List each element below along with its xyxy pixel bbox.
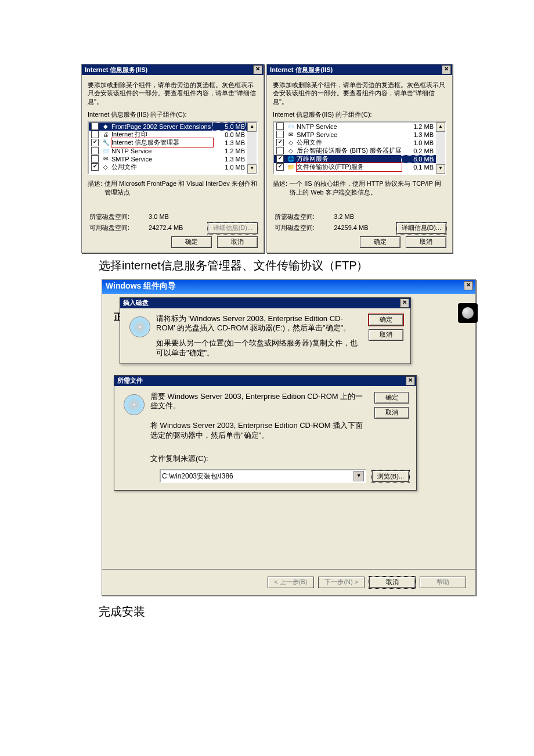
component-size: 1.2 MB — [402, 123, 434, 130]
subcomponents-label: Internet 信息服务(IIS) 的子组件(C): — [88, 110, 258, 119]
scroll-up-icon[interactable]: ▲ — [247, 123, 257, 132]
component-icon: 🖨 — [102, 131, 109, 138]
checkbox[interactable] — [91, 147, 99, 154]
list-item[interactable]: 📨NNTP Service1.2 MB — [89, 147, 247, 155]
cd-icon — [124, 394, 145, 415]
scrollbar[interactable]: ▲ ▼ — [436, 123, 445, 174]
scroll-down-icon[interactable]: ▼ — [436, 164, 445, 174]
component-label: 万维网服务 — [297, 154, 402, 163]
component-label: 公用文件 — [111, 163, 213, 171]
scroll-down-icon[interactable]: ▼ — [247, 164, 257, 174]
component-size: 0.2 MB — [402, 147, 434, 154]
list-item[interactable]: 🖨Internet 打印0.0 MB — [89, 131, 247, 139]
list-item[interactable]: 📨NNTP Service1.2 MB — [274, 123, 436, 131]
close-icon[interactable]: ✕ — [464, 281, 473, 290]
subcomponents-list[interactable]: 📨NNTP Service1.2 MB✉SMTP Service1.3 MB◇公… — [273, 121, 446, 175]
component-label: FrontPage 2002 Server Extensions — [111, 123, 213, 130]
component-label: 公用文件 — [297, 138, 402, 147]
close-icon[interactable]: ✕ — [400, 298, 409, 308]
component-icon: ◇ — [287, 147, 294, 154]
component-label: SMTP Service — [111, 156, 213, 163]
list-item[interactable]: ✉SMTP Service1.3 MB — [274, 131, 436, 139]
instructions: 要添加或删除某个组件，请单击旁边的复选框。灰色框表示只会安装该组件的一部分。要查… — [88, 81, 258, 106]
ok-button[interactable]: 确定 — [374, 392, 409, 404]
checkbox[interactable] — [91, 131, 99, 138]
description-label: 描述: — [273, 179, 287, 197]
close-icon[interactable]: ✕ — [406, 376, 415, 386]
component-size: 1.0 MB — [213, 164, 245, 171]
component-size: 1.3 MB — [402, 131, 434, 138]
dialog-text: 请将标为 'Windows Server 2003, Enterprise Ed… — [156, 314, 359, 333]
dialog-title: 所需文件 — [117, 376, 143, 385]
component-size: 1.0 MB — [402, 139, 434, 146]
component-label: SMTP Service — [297, 131, 402, 138]
cancel-button[interactable]: 取消 — [406, 236, 446, 248]
chevron-down-icon[interactable]: ▼ — [353, 471, 364, 481]
source-label: 文件复制来源(C): — [150, 454, 365, 463]
disk-space: 所需磁盘空间:3.0 MB 可用磁盘空间:24272.4 MB — [88, 211, 201, 234]
description-text: 一个 IIS 的核心组件，使用 HTTP 协议来与 TCP/IP 网络上的 We… — [290, 179, 446, 197]
cancel-button[interactable]: 取消 — [217, 236, 258, 248]
titlebar: Windows 组件向导 ✕ — [102, 280, 475, 294]
component-label: Internet 打印 — [111, 130, 213, 139]
caption-1: 选择internet信息服务管理器、文件传输协议（FTP） — [99, 258, 453, 273]
list-item[interactable]: ✉SMTP Service1.3 MB — [89, 155, 247, 163]
component-size: 0.1 MB — [402, 164, 434, 171]
source-path-input[interactable]: C:\win2003安装包\I386 ▼ — [160, 469, 366, 483]
cancel-button[interactable]: 取消 — [369, 577, 416, 588]
component-icon: ◇ — [287, 139, 294, 146]
subcomponents-label: Internet 信息服务(IIS) 的子组件(C): — [273, 110, 446, 119]
scroll-up-icon[interactable]: ▲ — [436, 123, 445, 132]
caption-2: 完成安装 — [99, 604, 453, 620]
ok-button[interactable]: 确定 — [171, 236, 212, 248]
cd-icon — [458, 303, 478, 323]
list-item[interactable]: 🌐万维网服务8.0 MB — [274, 155, 436, 163]
component-icon: ◆ — [102, 123, 109, 130]
checkbox[interactable] — [91, 123, 99, 130]
checkbox[interactable] — [276, 123, 284, 130]
list-item[interactable]: ◇公用文件1.0 MB — [89, 163, 247, 171]
titlebar: Internet 信息服务(IIS) ✕ — [82, 64, 264, 75]
checkbox[interactable] — [91, 163, 99, 171]
close-icon[interactable]: ✕ — [442, 65, 451, 74]
dialog-title: 插入磁盘 — [123, 298, 149, 307]
browse-button[interactable]: 浏览(B)... — [372, 470, 409, 482]
list-item[interactable]: 📁文件传输协议(FTP)服务0.1 MB — [274, 163, 436, 171]
details-button[interactable]: 详细信息(D)... — [208, 222, 258, 234]
details-button[interactable]: 详细信息(D)... — [396, 222, 446, 234]
component-size: 0.0 MB — [213, 131, 245, 138]
next-button[interactable]: 下一步(N) > — [318, 577, 365, 588]
component-icon: ✉ — [287, 131, 294, 138]
window-title: Internet 信息服务(IIS) — [85, 66, 147, 74]
checkbox[interactable] — [276, 163, 284, 171]
checkbox[interactable] — [276, 155, 284, 163]
component-size: 1.3 MB — [213, 139, 245, 146]
component-size: 8.0 MB — [402, 156, 434, 163]
dialog-text: 需要 Windows Server 2003, Enterprise Editi… — [150, 392, 365, 411]
component-icon: 🌐 — [287, 155, 294, 163]
cancel-button[interactable]: 取消 — [369, 329, 403, 341]
subcomponents-list[interactable]: ◆FrontPage 2002 Server Extensions5.0 MB🖨… — [88, 121, 258, 175]
checkbox[interactable] — [276, 131, 284, 138]
checkbox[interactable] — [276, 139, 284, 146]
list-item[interactable]: ◇公用文件1.0 MB — [274, 139, 436, 147]
component-icon: 📨 — [287, 123, 294, 130]
checkbox[interactable] — [276, 147, 284, 154]
list-item[interactable]: 🔧Internet 信息服务管理器1.3 MB — [89, 139, 247, 147]
checkbox[interactable] — [91, 155, 99, 163]
back-button[interactable]: < 上一步(B) — [268, 577, 314, 588]
help-button[interactable]: 帮助 — [420, 577, 466, 588]
ok-button[interactable]: 确定 — [360, 236, 400, 248]
cancel-button[interactable]: 取消 — [374, 407, 409, 419]
component-icon: 🔧 — [102, 139, 109, 146]
component-wizard: Windows 组件向导 ✕ 正 插入磁盘 ✕ 请将标为 'Windows Se… — [102, 279, 476, 596]
close-icon[interactable]: ✕ — [253, 65, 262, 74]
list-item[interactable]: ◇后台智能传送服务 (BITS) 服务器扩展0.2 MB — [274, 147, 436, 155]
iis-dialog-left: Internet 信息服务(IIS) ✕ 要添加或删除某个组件，请单击旁边的复选… — [81, 64, 264, 253]
checkbox[interactable] — [91, 139, 99, 146]
component-label: Internet 信息服务管理器 — [111, 138, 213, 147]
component-icon: ✉ — [102, 155, 109, 163]
ok-button[interactable]: 确定 — [369, 314, 403, 326]
list-item[interactable]: ◆FrontPage 2002 Server Extensions5.0 MB — [89, 123, 247, 131]
scrollbar[interactable]: ▲ ▼ — [247, 123, 257, 174]
